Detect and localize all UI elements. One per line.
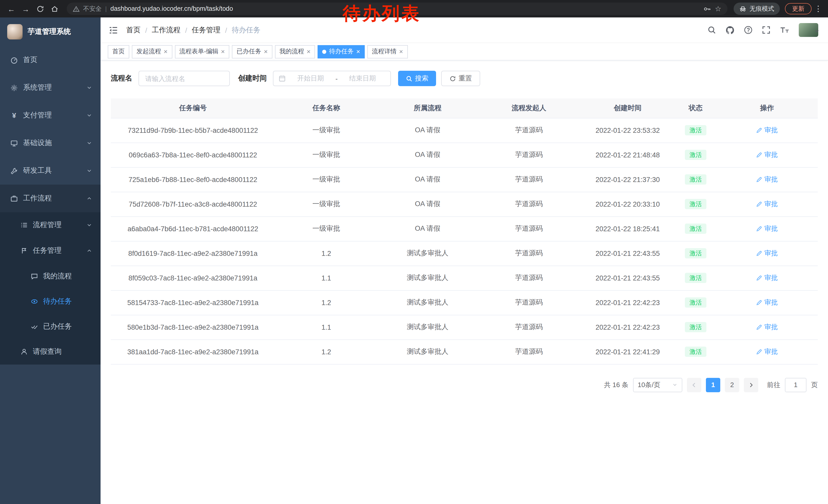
password-key-icon[interactable] bbox=[704, 5, 711, 12]
approve-link[interactable]: 审批 bbox=[756, 298, 778, 307]
close-icon[interactable]: × bbox=[399, 48, 403, 55]
page-1-button[interactable]: 1 bbox=[706, 378, 720, 392]
tab-my-process[interactable]: 我的流程× bbox=[275, 45, 315, 58]
app-title: 芋道管理系统 bbox=[28, 27, 71, 36]
caret-down-icon bbox=[814, 28, 820, 34]
close-icon[interactable]: × bbox=[164, 48, 167, 55]
prev-page-button[interactable] bbox=[687, 378, 701, 392]
tab-start-process[interactable]: 发起流程× bbox=[132, 45, 172, 58]
breadcrumb-workflow[interactable]: 工作流程 bbox=[152, 26, 180, 35]
pencil-icon bbox=[756, 250, 762, 256]
chevron-down-icon bbox=[86, 85, 92, 91]
close-icon[interactable]: × bbox=[356, 48, 360, 55]
pencil-icon bbox=[756, 201, 762, 207]
approve-link[interactable]: 审批 bbox=[756, 150, 778, 159]
status-badge: 激活 bbox=[685, 125, 706, 135]
chevron-down-icon bbox=[86, 222, 92, 228]
pencil-icon bbox=[756, 324, 762, 330]
sidebar-item-home[interactable]: 首页 bbox=[0, 46, 100, 74]
table-row: 381aa1dd-7ac8-11ec-a9e2-a2380e71991a 1.2… bbox=[111, 339, 818, 364]
sidebar-item-todo-task[interactable]: 待办任务 bbox=[0, 289, 100, 314]
browser-menu-icon[interactable]: ⋮ bbox=[814, 4, 823, 13]
filter-bar: 流程名 创建时间 开始日期 - 结束日期 搜索 重 bbox=[111, 71, 818, 86]
search-icon[interactable] bbox=[707, 26, 716, 34]
approve-link[interactable]: 审批 bbox=[756, 199, 778, 209]
table-header-row: 任务编号 任务名称 所属流程 流程发起人 创建时间 状态 操作 bbox=[111, 98, 818, 118]
process-name-input[interactable] bbox=[138, 71, 230, 86]
app-logo-row[interactable]: 芋道管理系统 bbox=[0, 17, 100, 46]
bookmark-star-icon[interactable]: ☆ bbox=[715, 5, 721, 13]
sidebar-item-infrastructure[interactable]: 基础设施 bbox=[0, 129, 100, 157]
pagination: 共 16 条 10条/页 1 2 前往 页 bbox=[111, 378, 818, 392]
approve-link[interactable]: 审批 bbox=[756, 273, 778, 282]
approve-link[interactable]: 审批 bbox=[756, 224, 778, 233]
collapse-sidebar-icon[interactable] bbox=[109, 26, 118, 35]
date-range-picker[interactable]: 开始日期 - 结束日期 bbox=[273, 71, 391, 86]
pencil-icon bbox=[756, 275, 762, 281]
approve-link[interactable]: 审批 bbox=[756, 175, 778, 184]
goto-page-input[interactable] bbox=[785, 378, 806, 392]
font-size-icon[interactable] bbox=[780, 26, 790, 34]
status-badge: 激活 bbox=[685, 199, 706, 209]
approve-link[interactable]: 审批 bbox=[756, 347, 778, 356]
status-badge: 激活 bbox=[685, 347, 706, 357]
browser-reload-icon[interactable] bbox=[34, 5, 46, 12]
start-date-placeholder[interactable]: 开始日期 bbox=[288, 74, 333, 83]
create-time-label: 创建时间 bbox=[238, 74, 267, 83]
refresh-icon bbox=[449, 75, 456, 82]
approve-link[interactable]: 审批 bbox=[756, 126, 778, 135]
workflow-submenu: 流程管理 任务管理 我的流程 待办任务 bbox=[0, 212, 100, 365]
yen-icon: ¥ bbox=[10, 111, 18, 120]
status-badge: 激活 bbox=[685, 273, 706, 283]
security-label[interactable]: 不安全 bbox=[83, 4, 101, 13]
close-icon[interactable]: × bbox=[307, 48, 310, 55]
sidebar-item-process-management[interactable]: 流程管理 bbox=[0, 212, 100, 238]
pencil-icon bbox=[756, 152, 762, 158]
browser-update-button[interactable]: 更新 bbox=[785, 3, 812, 14]
process-name-label: 流程名 bbox=[111, 74, 132, 83]
sidebar-item-my-process[interactable]: 我的流程 bbox=[0, 264, 100, 289]
page-2-button[interactable]: 2 bbox=[725, 378, 739, 392]
sidebar-item-payment[interactable]: ¥ 支付管理 bbox=[0, 101, 100, 129]
next-page-button[interactable] bbox=[744, 378, 758, 392]
github-icon[interactable] bbox=[726, 26, 735, 35]
close-icon[interactable]: × bbox=[221, 48, 225, 55]
list-icon bbox=[20, 222, 28, 229]
breadcrumb: 首页 / 工作流程 / 任务管理 / 待办任务 bbox=[126, 26, 260, 35]
end-date-placeholder[interactable]: 结束日期 bbox=[340, 74, 385, 83]
page-size-select[interactable]: 10条/页 bbox=[633, 378, 682, 392]
flag-icon bbox=[20, 247, 28, 254]
fullscreen-icon[interactable] bbox=[762, 26, 771, 34]
tab-home[interactable]: 首页 bbox=[108, 45, 129, 58]
todo-task-table: 任务编号 任务名称 所属流程 流程发起人 创建时间 状态 操作 73211d9d… bbox=[111, 98, 818, 364]
url-text[interactable]: dashboard.yudao.iocoder.cn/bpm/task/todo bbox=[110, 5, 233, 12]
user-menu[interactable] bbox=[799, 23, 820, 37]
sidebar-item-devtools[interactable]: 研发工具 bbox=[0, 157, 100, 185]
status-badge: 激活 bbox=[685, 174, 706, 185]
sidebar-item-system[interactable]: 系统管理 bbox=[0, 74, 100, 101]
search-button[interactable]: 搜索 bbox=[398, 71, 436, 86]
tab-done-task[interactable]: 已办任务× bbox=[232, 45, 272, 58]
table-row: 069c6a63-7b8a-11ec-8ef0-acde48001122 一级审… bbox=[111, 142, 818, 167]
browser-back-icon[interactable]: ← bbox=[5, 4, 17, 13]
tab-process-detail[interactable]: 流程详情× bbox=[367, 45, 408, 58]
reset-button[interactable]: 重置 bbox=[441, 71, 480, 86]
tab-form-edit[interactable]: 流程表单-编辑× bbox=[175, 45, 229, 58]
goto-unit: 页 bbox=[811, 380, 818, 390]
breadcrumb-task-management[interactable]: 任务管理 bbox=[192, 26, 220, 35]
sidebar-item-done-task[interactable]: 已办任务 bbox=[0, 314, 100, 339]
header-task-name: 任务名称 bbox=[275, 98, 378, 118]
approve-link[interactable]: 审批 bbox=[756, 249, 778, 258]
sidebar-item-task-management[interactable]: 任务管理 bbox=[0, 238, 100, 264]
browser-home-icon[interactable] bbox=[48, 5, 60, 12]
breadcrumb-home[interactable]: 首页 bbox=[126, 26, 140, 35]
tab-todo-task[interactable]: 待办任务× bbox=[318, 45, 365, 58]
sidebar-item-leave-query[interactable]: 请假查询 bbox=[0, 339, 100, 365]
help-icon[interactable] bbox=[744, 26, 753, 34]
approve-link[interactable]: 审批 bbox=[756, 322, 778, 332]
browser-forward-icon[interactable]: → bbox=[19, 4, 32, 13]
close-icon[interactable]: × bbox=[264, 48, 267, 55]
sidebar-item-workflow[interactable]: 工作流程 bbox=[0, 185, 100, 212]
omnibox-divider: | bbox=[105, 5, 107, 12]
table-row: 58154733-7ac8-11ec-a9e2-a2380e71991a 1.2… bbox=[111, 290, 818, 315]
